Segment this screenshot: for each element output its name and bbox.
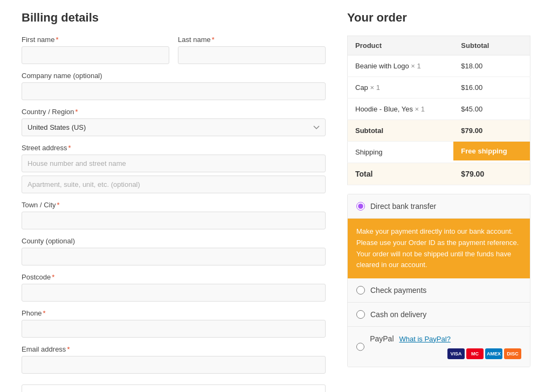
city-group: Town / City* xyxy=(22,201,326,229)
payment-radio-check[interactable] xyxy=(356,286,365,295)
street-input-1[interactable] xyxy=(22,155,326,172)
paypal-icons: VISA MC AMEX DISC xyxy=(447,348,521,359)
free-shipping-badge: Free shipping xyxy=(453,142,530,160)
payment-radio-cod[interactable] xyxy=(356,310,365,319)
payment-radio-bank[interactable] xyxy=(356,202,365,211)
order-heading: Your order xyxy=(347,11,530,25)
order-table: Product Subtotal Beanie with Logo × 1 $1… xyxy=(347,36,530,185)
order-item-row: Cap × 1 $16.00 xyxy=(348,77,530,99)
first-name-input[interactable] xyxy=(22,46,169,64)
street-group: Street address* xyxy=(22,144,326,193)
paypal-link[interactable]: What is PayPal? xyxy=(399,335,451,343)
billing-heading: Billing details xyxy=(22,11,326,25)
first-name-label: First name* xyxy=(22,36,169,44)
col-product: Product xyxy=(348,36,454,55)
company-input[interactable] xyxy=(22,82,326,100)
discover-icon: DISC xyxy=(504,348,521,359)
col-subtotal: Subtotal xyxy=(453,36,530,55)
page-container: Billing details First name* Last name* C… xyxy=(22,11,530,392)
postcode-label: Postcode* xyxy=(22,273,326,281)
street-input-2[interactable] xyxy=(22,176,326,193)
mastercard-icon: MC xyxy=(466,348,484,359)
subtotal-value: $79.00 xyxy=(453,120,530,142)
shipping-row: Shipping Free shipping xyxy=(348,142,530,163)
last-name-input[interactable] xyxy=(178,46,326,64)
email-input[interactable] xyxy=(22,356,326,374)
postcode-input[interactable] xyxy=(22,284,326,302)
payment-option-check: Check payments xyxy=(348,278,530,303)
subtotal-row: Subtotal $79.00 xyxy=(348,120,530,142)
bank-transfer-info: Make your payment directly into our bank… xyxy=(348,219,530,278)
payment-radio-paypal[interactable] xyxy=(356,342,364,351)
amex-icon: AMEX xyxy=(485,348,502,359)
order-item-row: Beanie with Logo × 1 $18.00 xyxy=(348,55,530,77)
city-input[interactable] xyxy=(22,212,326,229)
total-label: Total xyxy=(348,163,454,185)
billing-section: Billing details First name* Last name* C… xyxy=(22,11,326,392)
item-name: Beanie with Logo × 1 xyxy=(348,55,454,77)
phone-input[interactable] xyxy=(22,320,326,338)
last-name-group: Last name* xyxy=(178,36,326,64)
county-input[interactable] xyxy=(22,248,326,265)
order-section: Your order Product Subtotal Beanie with … xyxy=(347,11,530,392)
payment-label-cod[interactable]: Cash on delivery xyxy=(370,310,426,319)
payment-option-bank: Direct bank transfer xyxy=(348,194,530,219)
street-label: Street address* xyxy=(22,144,326,152)
phone-group: Phone* xyxy=(22,309,326,338)
county-group: County (optional) xyxy=(22,237,326,265)
subtotal-label: Subtotal xyxy=(348,120,454,142)
last-name-label: Last name* xyxy=(178,36,326,44)
company-group: Company name (optional) xyxy=(22,72,326,100)
ship-different-toggle[interactable]: Ship to a different address? xyxy=(22,384,326,392)
country-group: Country / Region* United States (US) xyxy=(22,108,326,136)
city-label: Town / City* xyxy=(22,201,326,209)
paypal-row: PayPal What is PayPal? VISA MC AMEX DISC xyxy=(370,334,521,359)
company-label: Company name (optional) xyxy=(22,72,326,80)
item-price: $18.00 xyxy=(453,55,530,77)
item-price: $16.00 xyxy=(453,77,530,99)
shipping-value-cell: Free shipping xyxy=(453,142,530,163)
shipping-label: Shipping xyxy=(348,142,454,163)
payment-option-cod: Cash on delivery xyxy=(348,303,530,327)
payment-label-paypal[interactable]: PayPal xyxy=(370,334,394,343)
item-name: Cap × 1 xyxy=(348,77,454,99)
payment-options: Direct bank transfer Make your payment d… xyxy=(347,194,530,367)
payment-label-check[interactable]: Check payments xyxy=(370,286,426,295)
postcode-group: Postcode* xyxy=(22,273,326,302)
county-label: County (optional) xyxy=(22,237,326,245)
email-label: Email address* xyxy=(22,345,326,353)
name-row: First name* Last name* xyxy=(22,36,326,64)
item-name: Hoodie - Blue, Yes × 1 xyxy=(348,99,454,120)
email-group: Email address* xyxy=(22,345,326,374)
total-row: Total $79.00 xyxy=(348,163,530,185)
payment-label-bank[interactable]: Direct bank transfer xyxy=(370,202,436,211)
visa-icon: VISA xyxy=(447,348,465,359)
country-label: Country / Region* xyxy=(22,108,326,116)
item-price: $45.00 xyxy=(453,99,530,120)
country-select[interactable]: United States (US) xyxy=(22,118,326,136)
total-value: $79.00 xyxy=(453,163,530,185)
phone-label: Phone* xyxy=(22,309,326,317)
payment-option-paypal: PayPal What is PayPal? VISA MC AMEX DISC xyxy=(348,327,530,367)
order-item-row: Hoodie - Blue, Yes × 1 $45.00 xyxy=(348,99,530,120)
first-name-group: First name* xyxy=(22,36,169,64)
